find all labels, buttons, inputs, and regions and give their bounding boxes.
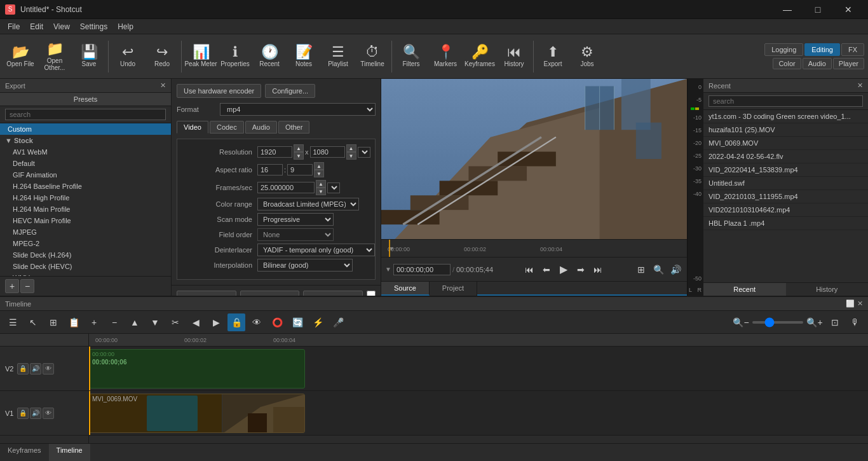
tab-other[interactable]: Other	[278, 121, 310, 134]
tl-menu-button[interactable]: ☰	[4, 313, 22, 331]
prev-frame-button[interactable]: ⬅	[539, 262, 554, 277]
preset-hevc[interactable]: HEVC Main Profile	[0, 215, 171, 226]
recent-item-7[interactable]: VID20210103104642.mp4	[703, 203, 868, 217]
project-tab[interactable]: Project	[430, 282, 477, 296]
minimize-button[interactable]: —	[773, 0, 802, 19]
menu-file[interactable]: File	[3, 21, 25, 32]
advanced-button[interactable]: Advanced	[303, 291, 363, 296]
reset-button[interactable]: Reset	[240, 291, 300, 296]
recent-item-0[interactable]: yt1s.com - 3D coding Green screen video_…	[703, 110, 868, 123]
aspect-up[interactable]: ▲	[314, 162, 324, 170]
timeline-button[interactable]: ⏱ Timeline	[356, 38, 389, 76]
properties-button[interactable]: ℹ Properties	[219, 38, 252, 76]
tl-lift-button[interactable]: ▲	[126, 313, 144, 331]
recent-item-5[interactable]: Untitled.swf	[703, 177, 868, 190]
preset-h264-high[interactable]: H.264 High Profile	[0, 192, 171, 203]
save-button[interactable]: 💾 Save	[72, 38, 105, 76]
preset-default[interactable]: Default	[0, 158, 171, 169]
tl-mic-button[interactable]: 🎤	[329, 313, 347, 331]
recent-item-6[interactable]: VID_20210103_111955.mp4	[703, 190, 868, 203]
v1-clip[interactable]: MVI_0069.MOV	[89, 394, 305, 433]
tl-zoom-slider[interactable]	[752, 321, 803, 324]
notes-button[interactable]: 📝 Notes	[287, 38, 320, 76]
source-tab[interactable]: Source	[381, 282, 430, 296]
recent-button[interactable]: 🕐 Recent	[253, 38, 286, 76]
fps-down[interactable]: ▼	[316, 188, 326, 195]
recent-item-2[interactable]: MVI_0069.MOV	[703, 137, 868, 150]
format-select[interactable]: mp4	[220, 103, 376, 116]
resolution-height-input[interactable]	[310, 146, 345, 158]
redo-button[interactable]: ↪ Redo	[146, 38, 179, 76]
preset-mjpeg[interactable]: MJPEG	[0, 226, 171, 238]
keyframes-bottom-tab[interactable]: Keyframes	[0, 444, 49, 461]
menu-edit[interactable]: Edit	[25, 21, 48, 32]
filters-button[interactable]: 🔍 Filters	[395, 38, 428, 76]
tl-snap-button[interactable]: 🔒	[227, 313, 245, 331]
recent-search-input[interactable]	[709, 95, 863, 107]
skip-start-button[interactable]: ⏮	[522, 262, 537, 277]
tl-remove-button[interactable]: −	[105, 313, 123, 331]
aspect-h-input[interactable]	[287, 164, 313, 175]
timeline-bottom-tab[interactable]: Timeline	[49, 444, 90, 461]
timeline-close-icon[interactable]: ✕	[857, 299, 863, 308]
color-range-select[interactable]: Broadcast Limited (MPEG)	[257, 198, 359, 210]
resolution-width-input[interactable]	[257, 146, 292, 158]
tab-codec[interactable]: Codec	[210, 121, 244, 134]
export-file-button[interactable]: Export File	[177, 291, 236, 296]
presets-search-input[interactable]	[5, 109, 166, 120]
field-order-select[interactable]: None	[257, 228, 334, 241]
deinterlace-select[interactable]: YADIF - temporal only (good)	[257, 244, 375, 256]
tl-scrub-button[interactable]: 👁	[248, 313, 266, 331]
preset-stock-category[interactable]: ▼ Stock	[0, 135, 171, 146]
history-tab[interactable]: History	[786, 283, 869, 296]
aspect-w-input[interactable]	[257, 164, 283, 175]
interpolation-select[interactable]: Bilinear (good)	[257, 259, 353, 272]
tl-next-button[interactable]: ▶	[207, 313, 225, 331]
v1-mute-button[interactable]: 🔊	[30, 408, 41, 419]
scan-mode-select[interactable]: Progressive	[257, 213, 334, 226]
fps-preset-select[interactable]	[327, 182, 340, 193]
v1-hide-button[interactable]: 👁	[43, 408, 54, 419]
next-frame-button[interactable]: ➡	[573, 262, 588, 277]
tl-zoom-in-button[interactable]: 🔍+	[806, 313, 824, 331]
tl-paste-button[interactable]: 📋	[65, 313, 83, 331]
v1-lock-button[interactable]: 🔒	[17, 408, 29, 419]
tl-ripple3-button[interactable]: ⚡	[309, 313, 327, 331]
recent-item-3[interactable]: 2022-04-24 02-56-42.flv	[703, 150, 868, 163]
skip-end-button[interactable]: ⏭	[590, 262, 606, 277]
export-close-icon[interactable]: ✕	[160, 81, 166, 90]
volume-button[interactable]: 🔊	[668, 262, 683, 277]
menu-settings[interactable]: Settings	[75, 21, 112, 32]
v2-mute-button[interactable]: 🔊	[30, 363, 41, 375]
zoom-button[interactable]: 🔍	[651, 262, 666, 277]
advanced-checkbox[interactable]	[367, 291, 376, 296]
v2-clip[interactable]: 00:00:00 00:00:00;06	[89, 349, 305, 389]
play-button[interactable]: ▶	[556, 262, 571, 277]
playlist-button[interactable]: ☰ Playlist	[322, 38, 355, 76]
tl-split-button[interactable]: ✂	[166, 313, 184, 331]
remove-preset-button[interactable]: −	[20, 279, 34, 293]
tl-ripple2-button[interactable]: 🔄	[288, 313, 306, 331]
recent-close-icon[interactable]: ✕	[857, 81, 863, 90]
export-button[interactable]: ⬆ Export	[536, 38, 569, 76]
resolution-w-down[interactable]: ▼	[294, 152, 304, 160]
preset-custom[interactable]: Custom	[0, 123, 171, 135]
current-time-input[interactable]	[393, 264, 451, 275]
hw-encoder-button[interactable]: Use hardware encoder	[177, 84, 261, 98]
preset-slide-hevc[interactable]: Slide Deck (HEVC)	[0, 261, 171, 272]
menu-view[interactable]: View	[48, 21, 75, 32]
recent-item-4[interactable]: VID_20220414_153839.mp4	[703, 163, 868, 177]
history-button[interactable]: ⏮ History	[498, 38, 531, 76]
add-preset-button[interactable]: +	[5, 279, 19, 293]
markers-button[interactable]: 📍 Markers	[429, 38, 462, 76]
preset-slide-h264[interactable]: Slide Deck (H.264)	[0, 249, 171, 261]
keyframes-button[interactable]: 🔑 Keyframes	[463, 38, 496, 76]
timeline-expand-icon[interactable]: ⬜	[846, 299, 855, 308]
undo-button[interactable]: ↩ Undo	[111, 38, 144, 76]
tl-ripple-button[interactable]: ⭕	[268, 313, 286, 331]
fx-mode-button[interactable]: FX	[841, 43, 864, 56]
close-button[interactable]: ✕	[834, 0, 863, 19]
recent-item-8[interactable]: HBL Plaza 1 .mp4	[703, 217, 868, 230]
tab-audio[interactable]: Audio	[245, 121, 277, 134]
preset-gif[interactable]: GIF Animation	[0, 169, 171, 181]
